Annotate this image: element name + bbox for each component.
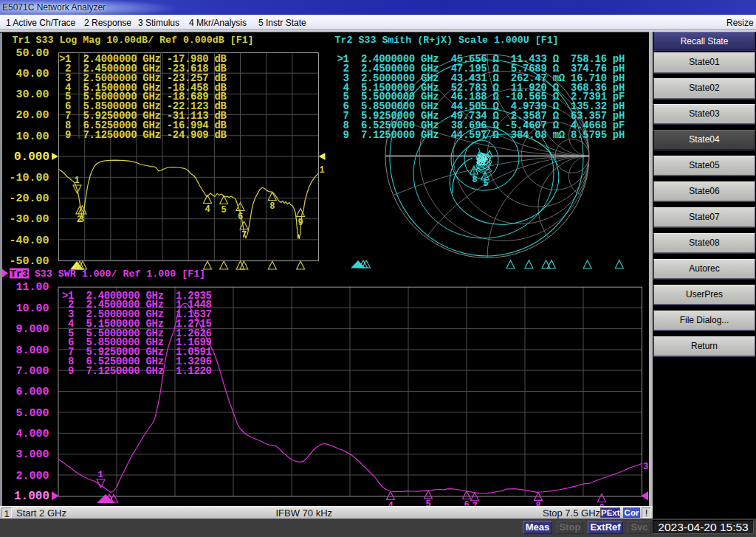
svg-text:8: 8: [269, 201, 275, 212]
svg-text:5: 5: [221, 205, 227, 215]
svg-text:8: 8: [535, 501, 540, 506]
svg-text:3: 3: [643, 462, 648, 472]
svg-text:-40.00: -40.00: [9, 235, 49, 247]
svg-text:40.00: 40.00: [16, 68, 49, 80]
svg-text:4: 4: [388, 501, 393, 507]
svg-text:9: 9: [298, 218, 303, 228]
svg-text:4: 4: [205, 204, 210, 215]
svg-text:30.00: 30.00: [16, 89, 49, 101]
svg-text:-10.00: -10.00: [9, 172, 49, 184]
svg-text:9 7.1250000 GHz 44.597 Ω 38: 9 7.1250000 GHz 44.597 Ω 384.08 mΩ 8.579…: [337, 129, 625, 141]
svg-text:2.000: 2.000: [16, 470, 49, 482]
svg-text:1: 1: [97, 470, 103, 480]
svg-text:8.000: 8.000: [16, 344, 49, 357]
svg-text:1: 1: [320, 165, 325, 176]
svg-text:-30.00: -30.00: [9, 213, 49, 226]
svg-text:Tr3: Tr3: [10, 268, 28, 280]
svg-text:3: 3: [79, 215, 84, 225]
svg-text:3.000: 3.000: [16, 448, 49, 461]
svg-text:4.000: 4.000: [16, 428, 49, 440]
svg-text:6.000: 6.000: [16, 386, 49, 398]
svg-text:5: 5: [425, 499, 430, 506]
svg-text:10.00: 10.00: [16, 131, 49, 143]
svg-text:9 7.1250000 GHz 1.1220: 9 7.1250000 GHz 1.1220: [62, 365, 212, 377]
svg-text:1.000: 1.000: [14, 490, 49, 503]
svg-text:0.000: 0.000: [14, 150, 49, 164]
svg-text:10.00: 10.00: [16, 302, 49, 315]
svg-text:Tr2 S33 Smith (R+jX) Scale 1.0: Tr2 S33 Smith (R+jX) Scale 1.000U [F1]: [335, 35, 559, 46]
svg-text:-50.00: -50.00: [9, 255, 49, 268]
svg-text:6: 6: [238, 212, 243, 222]
svg-text:Tr1 S33 Log Mag 10.00dB/ Ref 0: Tr1 S33 Log Mag 10.00dB/ Ref 0.000dB [F1…: [13, 35, 254, 46]
svg-text:6: 6: [464, 500, 469, 507]
svg-text:11.00: 11.00: [16, 281, 49, 294]
svg-text:20.00: 20.00: [16, 109, 49, 122]
svg-text:8: 8: [472, 175, 477, 185]
svg-text:1: 1: [74, 176, 79, 186]
svg-text:5.000: 5.000: [16, 407, 49, 420]
svg-text:S33 SWR 1.000/ Ref 1.000 [F1]: S33 SWR 1.000/ Ref 1.000 [F1]: [35, 268, 205, 280]
svg-text:7: 7: [241, 230, 247, 240]
svg-text:-20.00: -20.00: [9, 193, 49, 205]
svg-text:9.000: 9.000: [16, 323, 49, 336]
svg-text:50.00: 50.00: [16, 47, 49, 60]
svg-text:5: 5: [483, 179, 488, 189]
svg-text:9 7.1250000 GHz -24.909 dB: 9 7.1250000 GHz -24.909 dB: [59, 129, 227, 141]
svg-text:7.000: 7.000: [16, 365, 49, 378]
